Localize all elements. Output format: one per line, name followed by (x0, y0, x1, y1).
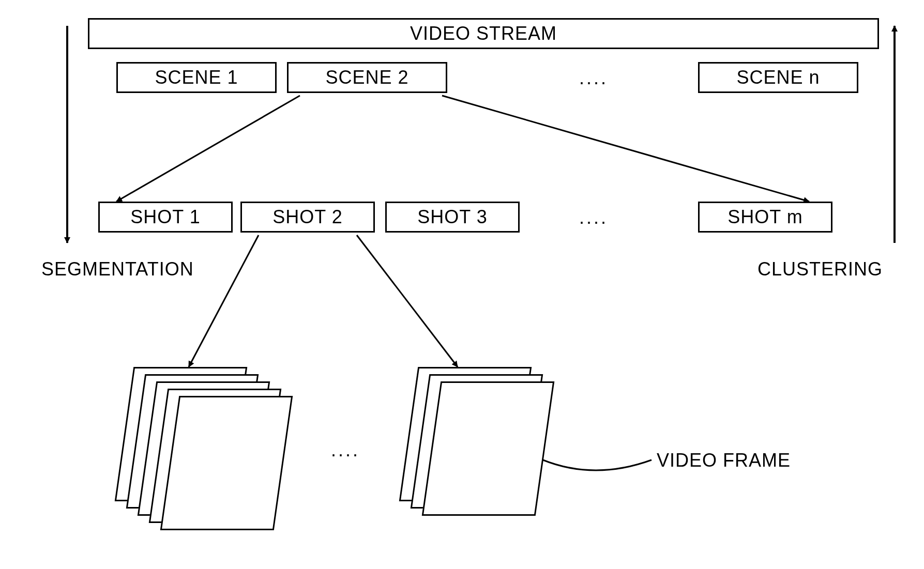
scene-1-label: SCENE 1 (155, 67, 238, 88)
scene-ellipsis: .... (579, 67, 608, 89)
shot-3-label: SHOT 3 (417, 206, 487, 228)
frame-ellipsis: .... (331, 439, 360, 461)
video-stream-box: VIDEO STREAM (88, 18, 879, 49)
scene-2-box: SCENE 2 (287, 62, 447, 93)
shot-ellipsis: .... (579, 207, 608, 228)
shot2-to-leftframes-arrow (189, 235, 259, 367)
shot-1-label: SHOT 1 (130, 206, 200, 228)
scene-2-label: SCENE 2 (325, 67, 408, 88)
shot-1-box: SHOT 1 (98, 202, 233, 233)
scene2-to-shot1-arrow (116, 96, 300, 202)
shot-m-label: SHOT m (728, 206, 802, 228)
video-frame-label: VIDEO FRAME (657, 450, 791, 471)
scene-n-box: SCENE n (698, 62, 858, 93)
shot-2-box: SHOT 2 (240, 202, 375, 233)
video-frame-callout (543, 460, 652, 470)
segmentation-label: SEGMENTATION (41, 258, 194, 280)
shot-3-box: SHOT 3 (385, 202, 520, 233)
scene-1-box: SCENE 1 (116, 62, 277, 93)
video-stream-label: VIDEO STREAM (410, 23, 557, 44)
shot-m-box: SHOT m (698, 202, 832, 233)
clustering-label: CLUSTERING (758, 258, 883, 280)
scene-n-label: SCENE n (736, 67, 820, 88)
shot2-to-rightframes-arrow (357, 235, 458, 367)
shot-2-label: SHOT 2 (272, 206, 342, 228)
scene2-to-shotm-arrow (442, 96, 809, 202)
